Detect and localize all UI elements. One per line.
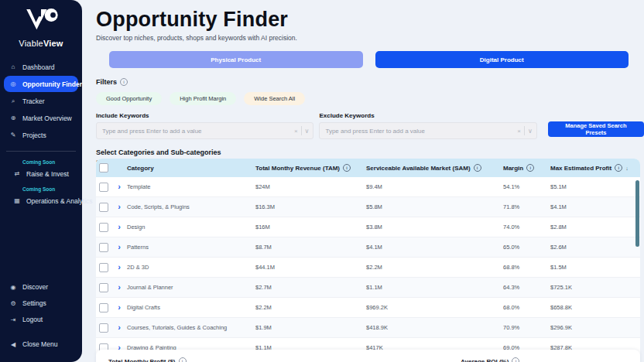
table-row[interactable]: ›Courses, Tutorials, Guides & Coaching$1… [96, 318, 640, 338]
info-icon[interactable]: i [615, 164, 622, 172]
row-checkbox[interactable] [99, 203, 108, 212]
clear-icon[interactable]: × [517, 128, 521, 135]
sam-cell: $5.8M [366, 203, 503, 210]
close-menu-button[interactable]: ◀ Close Menu [4, 336, 78, 352]
tam-cell: $8.7M [255, 244, 366, 251]
tam-cell: $24M [255, 183, 366, 190]
profit-cell: $2.8M [550, 224, 640, 231]
table-row[interactable]: ›Patterns$8.7M$4.1M65.0%$2.6M [96, 237, 640, 258]
sidebar-item-dashboard[interactable]: ⌂Dashboard [4, 59, 78, 75]
row-checkbox[interactable] [99, 323, 108, 333]
row-checkbox[interactable] [99, 303, 108, 312]
table-scrollbar[interactable] [635, 180, 639, 247]
filter-chip-good-opportunity[interactable]: Good Opportunity [96, 92, 162, 105]
table-row[interactable]: ›Journal & Planner$2.7M$1.1M64.3%$725.1K [96, 278, 640, 298]
nav-label: Projects [22, 131, 46, 139]
table-row[interactable]: ›2D & 3D$44.1M$2.2M68.8%$1.5M [96, 258, 640, 278]
manage-presets-button[interactable]: Manage Saved Search Presets [548, 121, 644, 137]
expand-chevron-icon[interactable]: › [111, 183, 127, 191]
filter-chip-high-profit-margin[interactable]: High Profit Margin [170, 92, 236, 105]
collapse-icon: ◀ [9, 341, 17, 348]
category-cell: Courses, Tutorials, Guides & Coaching [127, 324, 255, 331]
include-keywords-group: Include Keywords × ∨ [96, 112, 313, 139]
digital-product-button[interactable]: Digital Product [375, 51, 629, 68]
physical-product-button[interactable]: Physical Product [109, 51, 363, 68]
nav-label: Tracker [22, 97, 45, 105]
info-icon[interactable]: i [179, 357, 187, 362]
tam-cell: $1.9M [255, 324, 366, 331]
sidebar-item-projects[interactable]: ✎Projects [4, 127, 78, 143]
info-icon[interactable]: i [343, 164, 351, 172]
sidebar: ViableView ⌂Dashboard◎Opportunity Finder… [0, 0, 82, 362]
eye-icon: ◉ [9, 284, 17, 291]
profit-cell: $2.6M [550, 244, 640, 251]
tam-cell: $2.7M [255, 284, 366, 291]
keywords-row: Include Keywords × ∨ Exclude Keywords × … [96, 112, 644, 139]
column-header-1[interactable]: Category [127, 165, 255, 172]
margin-cell: 68.8% [503, 264, 550, 271]
table-header-row: CategoryTotal Monthy Revenue (TAM)iServi… [96, 159, 640, 177]
sort-descending-icon[interactable]: ↓ [625, 166, 629, 171]
expand-chevron-icon[interactable]: › [111, 303, 127, 312]
exclude-keywords-input[interactable] [320, 128, 517, 135]
row-checkbox[interactable] [99, 243, 108, 252]
exclude-keywords-field: × ∨ [319, 122, 536, 139]
column-header-2[interactable]: Total Monthy Revenue (TAM)i [255, 164, 366, 172]
expand-chevron-icon[interactable]: › [111, 203, 127, 211]
category-cell: Journal & Planner [127, 284, 255, 291]
sidebar-item-discover[interactable]: ◉Discover [4, 279, 78, 295]
info-icon[interactable]: i [474, 164, 481, 172]
nav-label: Operations & Analytics [26, 197, 93, 205]
chevron-down-icon[interactable]: ∨ [305, 128, 310, 135]
table-row[interactable]: ›Design$16M$3.8M74.0%$2.8M [96, 217, 640, 237]
profit-cell: $5.1M [550, 183, 640, 190]
include-keywords-input[interactable] [97, 128, 294, 135]
expand-chevron-icon[interactable]: › [111, 323, 127, 332]
sidebar-item-market-overview[interactable]: ⊕Market Overview [4, 110, 78, 126]
profit-cell: $296.9K [550, 324, 640, 331]
info-icon[interactable]: i [526, 164, 534, 172]
column-label: Serviceable Available Market (SAM) [366, 165, 471, 172]
sam-cell: $2.2M [366, 264, 503, 271]
brand-logo: ViableView [0, 0, 82, 48]
sidebar-item-operations-analytics[interactable]: ▦Operations & Analytics [8, 193, 74, 209]
column-header-4[interactable]: Margini [503, 164, 550, 172]
swap-icon: ⇄ [13, 170, 21, 177]
column-header-5[interactable]: Max Estimated Profiti↓ [550, 164, 640, 172]
row-checkbox[interactable] [99, 183, 108, 192]
filters-info-icon[interactable]: i [120, 78, 128, 86]
expand-chevron-icon[interactable]: › [111, 243, 127, 251]
row-checkbox[interactable] [99, 223, 108, 232]
select-all-checkbox[interactable] [99, 163, 108, 172]
table-row[interactable]: ›Code, Scripts, & Plugins$16.3M$5.8M71.8… [96, 197, 640, 217]
category-cell: Template [127, 183, 255, 190]
chevron-down-icon[interactable]: ∨ [528, 128, 533, 135]
column-header-3[interactable]: Serviceable Available Market (SAM)i [366, 164, 503, 172]
sidebar-item-tracker[interactable]: ⌕Tracker [4, 93, 78, 109]
coming-soon-label: Coming Soon [4, 186, 78, 192]
sidebar-item-raise-invest[interactable]: ⇄Raise & Invest [8, 166, 74, 182]
nav-label: Settings [22, 299, 46, 307]
sam-cell: $1.1M [366, 284, 503, 291]
row-checkbox[interactable] [99, 263, 108, 272]
brand-name: ViableView [0, 39, 82, 48]
info-icon[interactable]: i [512, 357, 519, 362]
sidebar-item-settings[interactable]: ⚙Settings [4, 295, 78, 311]
summary-right-label: Average ROI (%)i [461, 357, 519, 362]
expand-chevron-icon[interactable]: › [111, 263, 127, 272]
summary-left-label: Total Monthly Profit ($)i [108, 357, 187, 362]
clear-icon[interactable]: × [294, 128, 298, 135]
table-row[interactable]: ›Digital Crafts$2.2M$969.2K68.0%$658.8K [96, 298, 640, 318]
sam-cell: $3.8M [366, 224, 503, 231]
include-keywords-field: × ∨ [96, 122, 313, 139]
table-row[interactable]: ›Template$24M$9.4M54.1%$5.1M [96, 177, 640, 197]
sidebar-item-opportunity-finder[interactable]: ◎Opportunity Finder [4, 76, 78, 92]
row-checkbox[interactable] [99, 283, 108, 292]
expand-chevron-icon[interactable]: › [111, 283, 127, 292]
coming-soon-group: Coming Soon▦Operations & Analytics [4, 186, 78, 209]
sidebar-item-logout[interactable]: ⇥Logout [4, 312, 78, 327]
expand-chevron-icon[interactable]: › [111, 223, 127, 231]
margin-cell: 74.0% [503, 224, 550, 231]
tam-cell: $16M [255, 224, 366, 231]
filter-chip-wide-search-all[interactable]: Wide Search All [244, 92, 305, 105]
